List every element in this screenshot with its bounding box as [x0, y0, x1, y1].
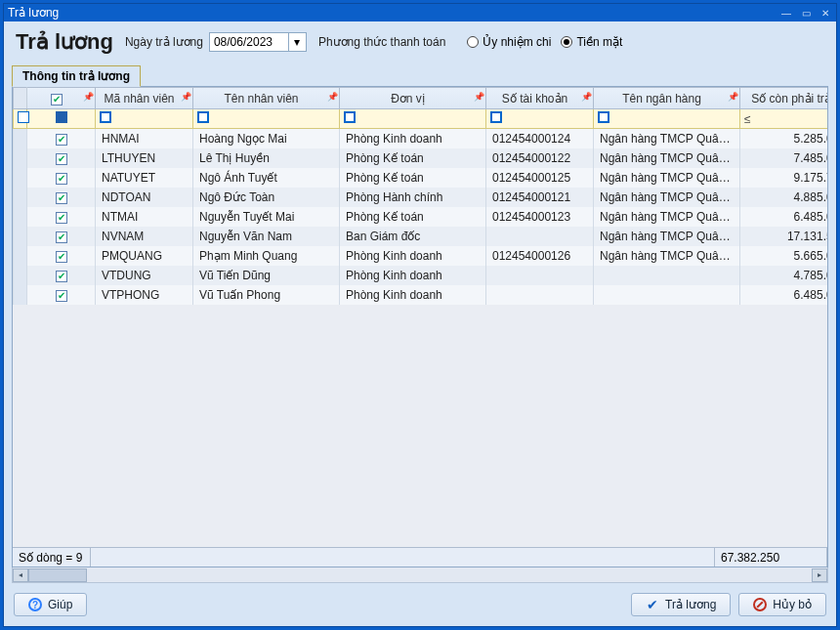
col-header-code[interactable]: Mã nhân viên📌 — [96, 88, 193, 109]
col-header-amount[interactable]: Số còn phải trả📌 — [740, 88, 829, 109]
total-amount: 67.382.250 — [715, 548, 827, 567]
row-header[interactable] — [14, 227, 27, 246]
pin-icon[interactable]: 📌 — [327, 92, 337, 102]
filter-check[interactable] — [27, 109, 96, 129]
filter-amount[interactable]: ≤ — [740, 109, 829, 129]
pin-icon[interactable]: 📌 — [83, 92, 93, 102]
table-row[interactable]: ✔NVNAMNguyễn Văn NamBan Giám đốcNgân hàn… — [14, 227, 828, 246]
filter-acct[interactable] — [486, 109, 594, 129]
radio-uynhiemchi[interactable]: Ủy nhiệm chi — [467, 35, 551, 49]
close-icon[interactable]: ✕ — [819, 7, 832, 19]
cell-dept: Phòng Kế toán — [340, 168, 486, 188]
cell-code: PMQUANG — [96, 246, 193, 266]
table-row[interactable]: ✔NDTOANNgô Đức ToànPhòng Hành chính01245… — [14, 188, 828, 207]
cell-bank: Ngân hàng TMCP Quân đô.. — [594, 129, 740, 148]
cell-check[interactable]: ✔ — [27, 168, 96, 188]
pin-icon[interactable]: 📌 — [581, 92, 591, 102]
pay-salary-button[interactable]: ✔ Trả lương — [631, 593, 731, 616]
row-header[interactable] — [14, 188, 27, 207]
table-row[interactable]: ✔NTMAINguyễn Tuyết MaiPhòng Kế toán01245… — [14, 207, 828, 227]
cell-name: Ngô Ánh Tuyết — [193, 168, 340, 188]
cell-name: Nguyễn Văn Nam — [193, 227, 340, 246]
col-header-name[interactable]: Tên nhân viên📌 — [193, 88, 340, 109]
row-header[interactable] — [14, 207, 27, 227]
radio-dot-icon — [467, 36, 479, 48]
checkbox-icon[interactable]: ✔ — [56, 173, 67, 185]
scroll-right-icon[interactable]: ▸ — [812, 568, 827, 582]
row-header[interactable] — [14, 168, 27, 188]
pin-icon[interactable]: 📌 — [728, 92, 737, 102]
table-row[interactable]: ✔NATUYETNgô Ánh TuyếtPhòng Kế toán012454… — [14, 168, 828, 188]
titlebar: Trả lương — ▭ ✕ — [4, 4, 836, 21]
filter-row-header[interactable] — [14, 109, 27, 129]
filter-box-icon — [490, 111, 502, 123]
pay-date-field[interactable] — [210, 33, 288, 51]
cell-name: Hoàng Ngọc Mai — [193, 129, 340, 148]
cell-check[interactable]: ✔ — [27, 129, 96, 148]
filter-name[interactable] — [193, 109, 340, 129]
checkbox-icon[interactable]: ✔ — [56, 153, 67, 165]
checkbox-icon[interactable]: ✔ — [56, 231, 67, 243]
checkbox-icon[interactable]: ✔ — [56, 134, 67, 146]
scroll-track[interactable] — [28, 568, 812, 582]
header-checkbox-icon[interactable]: ✔ — [51, 94, 63, 105]
row-header[interactable] — [14, 285, 27, 305]
pin-icon[interactable]: 📌 — [474, 92, 483, 102]
checkbox-icon[interactable]: ✔ — [56, 271, 67, 282]
table-row[interactable]: ✔VTDUNGVũ Tiến DũngPhòng Kinh doanh4.785… — [14, 266, 828, 285]
checkbox-icon[interactable]: ✔ — [56, 212, 67, 224]
table-row[interactable]: ✔VTPHONGVũ Tuấn PhongPhòng Kinh doanh6.4… — [14, 285, 828, 305]
cell-amount: 5.665.000 — [740, 246, 828, 266]
col-header-dept[interactable]: Đơn vị📌 — [340, 88, 486, 109]
cell-check[interactable]: ✔ — [27, 227, 96, 246]
cell-check[interactable]: ✔ — [27, 148, 96, 168]
col-header-bank[interactable]: Tên ngân hàng📌 — [594, 88, 740, 109]
cell-check[interactable]: ✔ — [27, 285, 96, 305]
cell-dept: Phòng Kinh doanh — [340, 246, 486, 266]
tab-salary-info[interactable]: Thông tin trả lương — [12, 65, 141, 87]
cell-amount: 5.285.000 — [740, 129, 828, 148]
cancel-button[interactable]: Hủy bỏ — [738, 593, 826, 616]
maximize-icon[interactable]: ▭ — [799, 7, 813, 19]
cell-acct: 012454000122 — [486, 148, 594, 168]
filter-dept[interactable] — [340, 109, 486, 129]
date-dropdown-icon[interactable]: ▾ — [288, 33, 306, 51]
checkbox-icon[interactable]: ✔ — [56, 290, 67, 302]
radio-dot-checked-icon — [561, 36, 572, 48]
filter-box-icon — [344, 111, 356, 123]
table-row[interactable]: ✔PMQUANGPhạm Minh QuangPhòng Kinh doanh0… — [14, 246, 828, 266]
filter-code[interactable] — [96, 109, 193, 129]
radio-tienmat[interactable]: Tiền mặt — [561, 35, 622, 49]
cell-check[interactable]: ✔ — [27, 188, 96, 207]
table-row[interactable]: ✔LTHUYENLê Thị HuyềnPhòng Kế toán0124540… — [14, 148, 828, 168]
filter-box-icon — [100, 111, 111, 123]
pay-date-input[interactable]: ▾ — [209, 32, 307, 52]
cell-name: Phạm Minh Quang — [193, 246, 340, 266]
pin-icon[interactable]: 📌 — [181, 92, 190, 102]
checkbox-icon[interactable]: ✔ — [56, 192, 67, 204]
cell-check[interactable]: ✔ — [27, 266, 96, 285]
cell-amount: 6.485.000 — [740, 207, 828, 227]
filter-bank[interactable] — [594, 109, 740, 129]
scroll-thumb[interactable] — [28, 568, 87, 582]
horizontal-scrollbar[interactable]: ◂ ▸ — [12, 567, 828, 583]
table-row[interactable]: ✔HNMAIHoàng Ngọc MaiPhòng Kinh doanh0124… — [14, 129, 828, 148]
help-button[interactable]: ? Giúp — [14, 593, 87, 616]
cell-bank — [594, 266, 740, 285]
row-header[interactable] — [14, 129, 27, 148]
col-header-acct[interactable]: Số tài khoản📌 — [486, 88, 594, 109]
col-header-check[interactable]: ✔📌 — [27, 88, 96, 109]
row-header[interactable] — [14, 148, 27, 168]
row-header[interactable] — [14, 266, 27, 285]
cell-check[interactable]: ✔ — [27, 207, 96, 227]
status-bar: Số dòng = 9 67.382.250 — [13, 547, 827, 567]
minimize-icon[interactable]: — — [779, 7, 793, 19]
cell-check[interactable]: ✔ — [27, 246, 96, 266]
row-header[interactable] — [14, 246, 27, 266]
cell-dept: Phòng Kế toán — [340, 148, 486, 168]
filter-filled-box-icon — [56, 111, 67, 123]
checkbox-icon[interactable]: ✔ — [56, 251, 67, 263]
cell-amount: 17.131.500 — [740, 227, 828, 246]
cell-dept: Phòng Kế toán — [340, 207, 486, 227]
scroll-left-icon[interactable]: ◂ — [13, 568, 28, 582]
